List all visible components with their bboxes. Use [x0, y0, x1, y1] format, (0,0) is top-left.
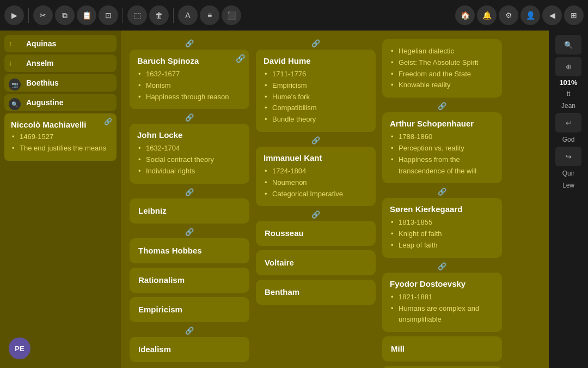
panel-label-jean: Jean	[552, 101, 585, 111]
card-title: Søren Kierkegaard	[390, 204, 494, 214]
card-title: Rousseau	[265, 228, 304, 238]
card-title: John Locke	[137, 130, 242, 140]
bullet-item: 1788-1860	[391, 131, 494, 143]
right-panel: 🔍 ⊕ 101% tt Jean ↩ God ↪ Quir Lew	[549, 31, 588, 368]
card-idealism[interactable]: Idealism	[130, 337, 249, 362]
bullet-item: Monism	[138, 80, 242, 92]
bullet-item: 1632-1677	[138, 69, 242, 80]
forward-button[interactable]: ▶	[4, 5, 24, 25]
avatar[interactable]: PE	[9, 337, 30, 359]
schopenhauer-link-above: 🔗	[382, 102, 502, 110]
card-leibniz[interactable]: Leibniz	[130, 198, 249, 224]
settings-button[interactable]: ⚙	[499, 5, 518, 25]
card-rousseau[interactable]: Rousseau	[256, 221, 376, 246]
bullet-item: Hegelian dialectic	[391, 46, 494, 57]
card-voltaire[interactable]: Voltaire	[256, 250, 376, 275]
delete-button[interactable]: 🗑	[149, 5, 169, 25]
locke-link-above: 🔗	[130, 113, 249, 122]
spinoza-link-above: 🔗	[130, 39, 249, 47]
sidebar-item-boethius[interactable]: 📷 Boethius	[4, 74, 117, 92]
cut-button[interactable]: ✂	[33, 5, 53, 25]
card-locke[interactable]: John Locke 1632-1704 Social contract the…	[130, 124, 249, 183]
card-bentham[interactable]: Bentham	[256, 280, 376, 305]
card-hegel-partial[interactable]: Hegelian dialectic Geist: The Absolute S…	[382, 39, 502, 98]
card-spinoza[interactable]: 🔗 Baruch Spinoza 1632-1677 Monism Happin…	[130, 50, 249, 109]
bullet-item: Compatibilism	[265, 102, 368, 114]
card-title: Rationalism	[138, 275, 185, 285]
sidebar-item-label: Augustine	[26, 98, 63, 107]
bullet-item: 1724-1804	[265, 166, 368, 177]
card-rationalism[interactable]: Rationalism	[130, 268, 249, 293]
hobbes-link-above: 🔗	[130, 228, 249, 236]
home-button[interactable]: 🏠	[455, 5, 475, 25]
bullet-item: Hume's fork	[265, 92, 368, 103]
card-title: Thomas Hobbes	[138, 246, 202, 255]
card-title: Empiricism	[138, 305, 182, 314]
card-title: Fyodor Dostoevsky	[390, 279, 494, 288]
sidebar-item-aquinas[interactable]: ↑ Aquinas	[4, 35, 117, 52]
down-arrow-icon: ↓	[9, 59, 13, 67]
bullet-item: 1821-1881	[391, 292, 494, 303]
sidebar-item-label: Boethius	[26, 79, 59, 87]
redo-button[interactable]: ↪	[555, 147, 581, 166]
bullet-item: Noumenon	[265, 177, 368, 189]
card-bullets: 1632-1677 Monism Happiness through reaso…	[138, 69, 242, 102]
zoom-search-button[interactable]: 🔍	[555, 35, 581, 55]
card-schopenhauer[interactable]: Arthur Schopenhauer 1788-1860 Perception…	[382, 112, 502, 183]
card-kierkegaard[interactable]: Søren Kierkegaard 1813-1855 Knight of fa…	[382, 198, 502, 257]
column-2: 🔗 David Hume 1711-1776 Empiricism Hume's…	[256, 39, 376, 368]
card-dostoevsky[interactable]: Fyodor Dostoevsky 1821-1881 Humans are c…	[382, 273, 502, 332]
bullet-item: Individual rights	[138, 166, 242, 177]
sidebar-item-machiavelli[interactable]: 🔗 Niccolò Machiavelli 1469-1527 The end …	[4, 113, 117, 161]
card-kant[interactable]: Immanuel Kant 1724-1804 Noumenon Categor…	[256, 147, 376, 206]
main-area: ↑ Aquinas ↓ Anselm 📷 Boethius 🔍 Augustin…	[0, 31, 588, 368]
card-title: David Hume	[264, 56, 368, 65]
machiavelli-bullets: 1469-1527 The end justifies the means	[12, 131, 110, 154]
card-title: Arthur Schopenhauer	[390, 119, 494, 128]
card-bullets: 1813-1855 Knight of faith Leap of faith	[391, 217, 494, 251]
toolbar: ▶ ✂ ⧉ 📋 ⊡ ⬚ 🗑 A ≡ ⬛ 🏠 🔔 ⚙ 👤 ◀ ⊞	[0, 0, 588, 31]
card-mill[interactable]: Mill	[382, 336, 502, 361]
camera-icon: 📷	[9, 79, 21, 91]
link-icon: 🔗	[236, 54, 245, 63]
user-button[interactable]: 👤	[520, 5, 540, 25]
panel-label-god: God	[552, 135, 585, 144]
bullet-item: Freedom and the State	[391, 69, 494, 80]
bullet-item: 1469-1527	[12, 131, 110, 143]
sidebar-item-label: Aquinas	[26, 39, 56, 48]
bullet-item: Knight of faith	[391, 228, 494, 240]
card-thomas-hobbes[interactable]: Thomas Hobbes	[130, 238, 249, 263]
card-bullets: 1788-1860 Perception vs. reality Happine…	[391, 131, 494, 177]
panel-label-quir: Quir	[552, 168, 585, 178]
list-button[interactable]: ≡	[200, 5, 219, 25]
card-title: Baruch Spinoza	[137, 56, 242, 65]
align-button[interactable]: ⬛	[222, 5, 241, 25]
text-button[interactable]: A	[178, 5, 198, 25]
dashboard-button[interactable]: ⊞	[564, 5, 584, 25]
card-empiricism[interactable]: Empiricism	[130, 297, 249, 322]
copy-button[interactable]: ⧉	[55, 5, 75, 25]
clone-button[interactable]: ⊡	[99, 5, 118, 25]
bullet-item: Bundle theory	[265, 114, 368, 125]
back-button[interactable]: ◀	[542, 5, 562, 25]
select-button[interactable]: ⬚	[127, 5, 147, 25]
sidebar-item-augustine[interactable]: 🔍 Augustine	[4, 94, 117, 111]
card-utilitarianism[interactable]: Utilitarianism	[382, 366, 502, 368]
bullet-item: Categorical Imperative	[265, 189, 368, 200]
sidebar-item-anselm[interactable]: ↓ Anselm	[4, 55, 117, 72]
panel-label-tt: tt	[552, 89, 585, 99]
bullet-item: The end justifies the means	[12, 143, 110, 154]
column-1: 🔗 🔗 Baruch Spinoza 1632-1677 Monism Happ…	[130, 39, 249, 368]
target-button[interactable]: ⊕	[555, 57, 581, 76]
kant-link-above: 🔗	[256, 136, 376, 144]
link-icon: 🔗	[104, 118, 112, 125]
notifications-button[interactable]: 🔔	[477, 5, 497, 25]
sidebar: ↑ Aquinas ↓ Anselm 📷 Boethius 🔍 Augustin…	[0, 31, 121, 368]
bullet-item: Perception vs. reality	[391, 143, 494, 154]
card-title: Idealism	[138, 345, 171, 354]
undo-button[interactable]: ↩	[555, 113, 581, 132]
clipboard-button[interactable]: 📋	[77, 5, 96, 25]
canvas-inner: 🔗 🔗 Baruch Spinoza 1632-1677 Monism Happ…	[121, 31, 549, 368]
card-hume[interactable]: David Hume 1711-1776 Empiricism Hume's f…	[256, 50, 376, 132]
bullet-item: 1813-1855	[391, 217, 494, 228]
